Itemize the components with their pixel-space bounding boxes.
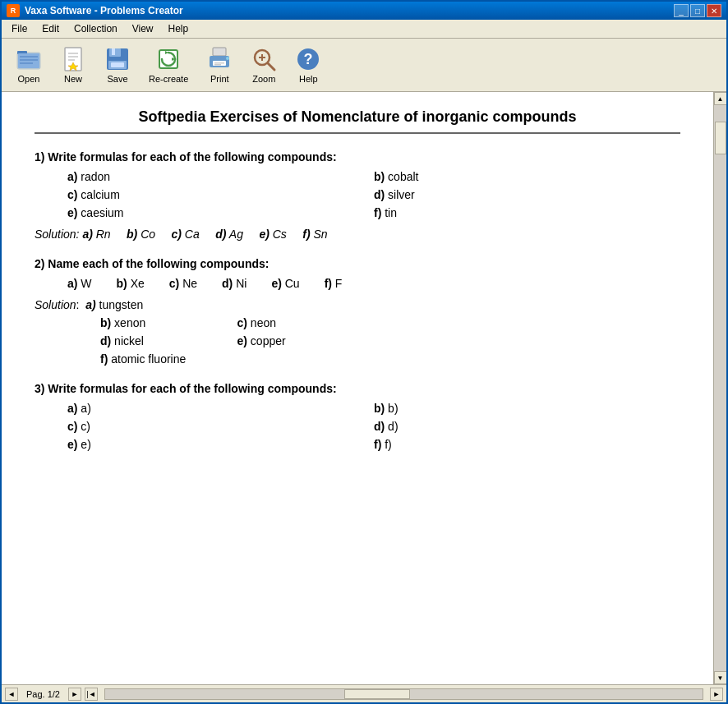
menu-bar: File Edit Collection View Help [2, 20, 726, 39]
save-label: Save [107, 74, 127, 84]
answer-1b: b) cobalt [374, 170, 680, 183]
answer-2f: f) F [325, 277, 343, 290]
question-2-header: 2) Name each of the following compounds: [35, 257, 680, 270]
answer-1a: a) radon [67, 170, 374, 183]
zoom-label: Zoom [252, 74, 275, 84]
svg-rect-21 [214, 62, 224, 64]
open-button[interactable]: Open [8, 42, 49, 88]
new-label: New [64, 74, 82, 84]
window-title: Vaxa Software - Problems Creator [25, 5, 183, 16]
open-label: Open [18, 74, 40, 84]
menu-file[interactable]: File [5, 21, 34, 36]
menu-edit[interactable]: Edit [35, 21, 66, 36]
svg-rect-18 [213, 48, 226, 56]
prev-page-button[interactable]: ◄ [5, 688, 18, 701]
app-icon: R [7, 4, 20, 17]
recreate-icon [155, 46, 182, 72]
minimize-button[interactable]: _ [674, 4, 689, 17]
open-icon [16, 46, 42, 72]
menu-help[interactable]: Help [162, 21, 196, 36]
scroll-up-button[interactable]: ▲ [714, 92, 727, 105]
answer-3d: d) d) [374, 420, 680, 433]
svg-rect-3 [20, 56, 38, 58]
save-icon [104, 46, 131, 72]
scroll-down-button[interactable]: ▼ [714, 671, 727, 684]
save-button[interactable]: Save [97, 42, 138, 88]
question-2-solution: Solution: a) tungsten [35, 298, 680, 311]
new-button[interactable]: New [53, 42, 94, 88]
svg-rect-9 [68, 59, 75, 61]
answer-1e: e) caesium [67, 206, 374, 219]
question-2-answers: a) W b) Xe c) Ne d) Ni e) Cu f) F [35, 277, 680, 290]
print-label: Print [210, 74, 229, 84]
title-bar-controls: _ □ ✕ [674, 4, 721, 17]
maximize-button[interactable]: □ [690, 4, 705, 17]
scroll-thumb[interactable] [715, 122, 726, 154]
answer-2a: a) W [67, 277, 92, 290]
toolbar: Open New [2, 39, 726, 92]
help-label: Help [299, 74, 318, 84]
recreate-button[interactable]: Re-create [141, 42, 196, 88]
question-2: 2) Name each of the following compounds:… [35, 257, 680, 366]
svg-rect-8 [68, 56, 78, 58]
title-bar: R Vaxa Software - Problems Creator _ □ ✕ [2, 2, 726, 20]
svg-rect-22 [214, 64, 221, 66]
answer-1d: d) silver [374, 188, 680, 201]
question-1-answers: a) radon b) cobalt c) calcium d) silver … [35, 170, 680, 219]
svg-rect-12 [112, 48, 115, 55]
main-window: R Vaxa Software - Problems Creator _ □ ✕… [0, 0, 728, 704]
print-icon [206, 46, 233, 72]
menu-view[interactable]: View [126, 21, 160, 36]
horizontal-scrollbar[interactable] [104, 688, 703, 700]
zoom-icon [251, 46, 277, 72]
help-button[interactable]: ? Help [288, 42, 329, 88]
question-3-header: 3) Write formulas for each of the follow… [35, 382, 680, 395]
svg-rect-7 [68, 53, 78, 54]
menu-collection[interactable]: Collection [67, 21, 124, 36]
page-indicator: Pag. 1/2 [21, 689, 65, 699]
close-button[interactable]: ✕ [707, 4, 721, 17]
question-1: 1) Write formulas for each of the follow… [35, 150, 680, 241]
zoom-button[interactable]: Zoom [243, 42, 284, 88]
answer-2d: d) Ni [222, 277, 247, 290]
title-bar-left: R Vaxa Software - Problems Creator [7, 4, 183, 17]
scroll-track[interactable] [714, 105, 726, 671]
page-start-button[interactable]: |◄ [85, 688, 98, 701]
answer-3f: f) f) [374, 438, 680, 451]
svg-rect-4 [20, 59, 38, 61]
svg-rect-14 [111, 62, 124, 67]
question-3-answers: a) a) b) b) c) c) d) d) e) e) f) f) [35, 402, 680, 451]
vertical-scrollbar: ▲ ▼ [713, 92, 726, 684]
question-1-header: 1) Write formulas for each of the follow… [35, 150, 680, 163]
answer-3c: c) c) [67, 420, 374, 433]
print-button[interactable]: Print [199, 42, 240, 88]
status-bar: ◄ Pag. 1/2 ► |◄ ► [2, 684, 726, 702]
answer-3a: a) a) [67, 402, 374, 415]
question-1-solution: Solution: a) Rn b) Co c) Ca d) Ag e) Cs … [35, 228, 680, 241]
svg-point-23 [226, 57, 229, 60]
answer-1f: f) tin [374, 206, 680, 219]
answer-2b: b) Xe [117, 277, 145, 290]
scroll-right-button[interactable]: ► [710, 688, 723, 701]
next-page-button[interactable]: ► [68, 688, 81, 701]
answer-3b: b) b) [374, 402, 680, 415]
svg-line-25 [268, 63, 274, 70]
document-title: Softpedia Exercises of Nomenclature of i… [35, 108, 680, 134]
main-content: Softpedia Exercises of Nomenclature of i… [2, 92, 713, 684]
answer-3e: e) e) [67, 438, 374, 451]
answer-2e: e) Cu [271, 277, 299, 290]
help-icon: ? [295, 46, 321, 72]
svg-rect-5 [20, 62, 33, 64]
new-icon [60, 46, 86, 72]
content-area: Softpedia Exercises of Nomenclature of i… [2, 92, 726, 684]
question-3: 3) Write formulas for each of the follow… [35, 382, 680, 451]
answer-1c: c) calcium [67, 188, 374, 201]
horizontal-scroll-thumb[interactable] [344, 689, 410, 699]
recreate-label: Re-create [149, 74, 188, 84]
solution-2-grid: b) xenon c) neon d) nickel e) copper f) … [35, 316, 680, 366]
answer-2c: c) Ne [169, 277, 197, 290]
svg-text:?: ? [304, 51, 313, 67]
